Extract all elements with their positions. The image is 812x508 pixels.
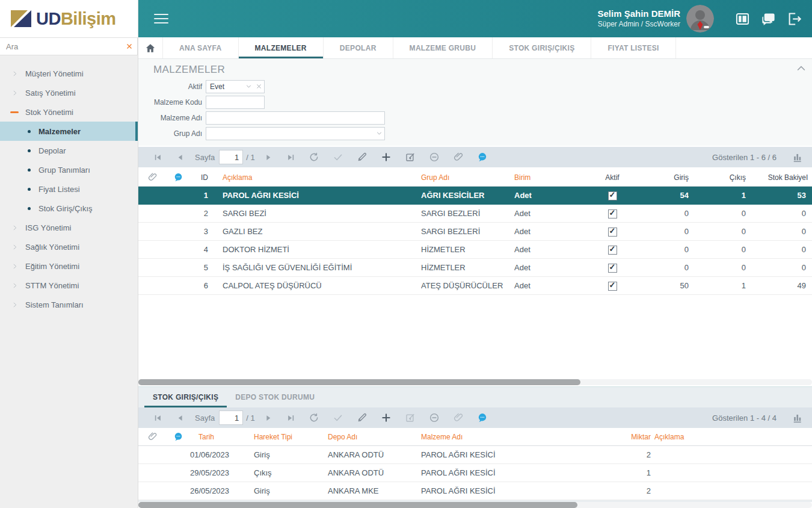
refresh-icon[interactable] (309, 412, 319, 423)
previous-page-icon[interactable] (176, 414, 185, 423)
checkbox-checked-icon[interactable] (608, 209, 617, 218)
clear-x-icon[interactable] (254, 83, 264, 90)
detail-bar-chart-icon[interactable] (792, 412, 804, 424)
table-row[interactable]: 4DOKTOR HİZMETİHİZMETLERAdet000 (138, 241, 812, 259)
sidebar-item-isg-y-netimi[interactable]: ISG Yönetimi (0, 218, 138, 237)
tab-fiyat-listesi[interactable]: FIYAT LISTESI (591, 37, 675, 58)
sidebar-item-e-itim-y-netimi[interactable]: Eğitim Yönetimi (0, 256, 138, 276)
attachment-icon[interactable] (453, 412, 464, 423)
checkbox-checked-icon[interactable] (608, 191, 617, 200)
tab-malzeme-grubu[interactable]: MALZEME GRUBU (393, 37, 493, 58)
logout-icon[interactable] (786, 11, 802, 27)
tab-depolar[interactable]: DEPOLAR (324, 37, 393, 58)
hamburger-menu-icon[interactable] (154, 11, 168, 26)
first-page-icon[interactable] (153, 153, 162, 162)
filter-input-malzeme-ad-[interactable] (206, 111, 385, 125)
sidebar-item-sttm-y-netimi[interactable]: STTM Yönetimi (0, 276, 138, 295)
sidebar-item-m-teri-y-netimi[interactable]: Müşteri Yönetimi (0, 64, 138, 83)
main-table-hscrollbar-thumb[interactable] (138, 379, 580, 385)
table-row[interactable]: 5İŞ SAĞLIĞI VE GÜVENLİĞİ EĞİTİMİHİZMETLE… (138, 259, 812, 277)
edit-icon[interactable] (357, 412, 368, 423)
filter-input-malzeme-kodu[interactable] (206, 96, 265, 109)
column-header[interactable]: Açıklama (651, 433, 812, 441)
detail-tab-depo-stok-durumu[interactable]: DEPO STOK DURUMU (227, 387, 323, 407)
sidebar-item-malzemeler[interactable]: Malzemeler (0, 122, 138, 141)
panels-icon[interactable] (734, 11, 751, 27)
edit-form-icon[interactable] (405, 412, 416, 423)
sidebar-item-sa-l-k-y-netimi[interactable]: Sağlık Yönetimi (0, 237, 138, 256)
checkbox-checked-icon[interactable] (608, 264, 617, 273)
page-input[interactable] (219, 150, 243, 164)
first-page-icon[interactable] (153, 414, 162, 423)
chevron-down-icon[interactable] (244, 83, 254, 90)
comment-icon[interactable] (166, 172, 190, 182)
column-header[interactable]: Depo Adı (328, 433, 421, 441)
column-header[interactable]: Giriş (638, 173, 689, 182)
table-row[interactable]: 26/05/2023GirişANKARA MKEPAROL AĞRI KESİ… (138, 482, 812, 500)
sidebar-item-stok-y-netimi[interactable]: Stok Yönetimi (0, 102, 138, 122)
remove-icon[interactable] (429, 152, 440, 163)
add-icon[interactable] (381, 412, 392, 423)
column-header[interactable]: Malzeme Adı (421, 433, 623, 441)
tab-stok-giri-iki-[interactable]: STOK GIRIŞ/ÇIKIŞ (493, 37, 591, 58)
add-icon[interactable] (381, 152, 392, 163)
search-clear-icon[interactable] (121, 39, 137, 54)
attachment-icon[interactable] (138, 432, 166, 442)
filter-input-field[interactable] (206, 112, 384, 124)
home-icon[interactable] (138, 37, 162, 58)
sidebar-item-sat-y-netimi[interactable]: Satış Yönetimi (0, 83, 138, 102)
search-input[interactable] (0, 38, 121, 55)
comment-icon[interactable] (477, 152, 488, 163)
column-header[interactable]: Çıkış (689, 173, 746, 182)
table-row[interactable]: 29/05/2023ÇıkışANKARA ODTÜPAROL AĞRI KES… (138, 464, 812, 482)
column-header[interactable]: I (806, 173, 812, 182)
column-header[interactable]: Açıklama (208, 173, 421, 182)
next-page-icon[interactable] (264, 153, 273, 162)
table-row[interactable]: 1PAROL AĞRI KESİCİAĞRI KESİCİLERAdet5415… (138, 187, 812, 205)
edit-icon[interactable] (357, 152, 368, 163)
column-header[interactable]: Stok Bakiye (746, 173, 806, 182)
table-row[interactable]: 3GAZLI BEZSARGI BEZLERİAdet000 (138, 223, 812, 241)
tab-malzemeler[interactable]: MALZEMELER (239, 37, 324, 58)
column-header[interactable]: Aktif (586, 173, 638, 182)
column-header[interactable]: Tarih (190, 433, 254, 441)
table-row[interactable]: 2SARGI BEZİSARGI BEZLERİAdet000 (138, 205, 812, 223)
sidebar-item-sistem-tan-mlar-[interactable]: Sistem Tanımları (0, 295, 138, 314)
confirm-icon[interactable] (333, 412, 343, 423)
filter-input-field[interactable] (206, 96, 264, 108)
refresh-icon[interactable] (309, 152, 319, 163)
checkbox-checked-icon[interactable] (608, 282, 617, 291)
sidebar-item-stok-giri-k-[interactable]: Stok Giriş/Çıkış (0, 199, 138, 218)
avatar[interactable] (686, 5, 714, 33)
column-header[interactable]: Miktar (623, 433, 651, 441)
bar-chart-icon[interactable] (792, 152, 804, 163)
column-header[interactable]: ID (190, 173, 208, 182)
page-input[interactable] (219, 410, 243, 425)
attachment-icon[interactable] (453, 152, 464, 163)
previous-page-icon[interactable] (176, 153, 185, 162)
filter-select-aktif[interactable]: Evet (206, 80, 265, 93)
detail-tab-stok-giri-iki-[interactable]: STOK GIRIŞ/ÇIKIŞ (144, 387, 227, 407)
table-row[interactable]: 01/06/2023GirişANKARA ODTÜPAROL AĞRI KES… (138, 446, 812, 464)
checkbox-checked-icon[interactable] (608, 246, 617, 255)
remove-icon[interactable] (429, 412, 440, 423)
last-page-icon[interactable] (286, 153, 295, 162)
detail-table-hscrollbar-thumb[interactable] (138, 502, 577, 508)
edit-form-icon[interactable] (405, 152, 416, 163)
chat-icon[interactable] (760, 11, 777, 27)
column-header[interactable]: Grup Adı (421, 173, 514, 182)
chevron-down-icon[interactable] (374, 130, 384, 137)
checkbox-checked-icon[interactable] (608, 228, 617, 237)
collapse-panel-icon[interactable] (795, 63, 807, 77)
table-row[interactable]: 6CALPOL ATEŞ DÜŞÜRÜCÜATEŞ DÜŞÜRÜCÜLERAde… (138, 277, 812, 295)
sidebar-item-grup-tan-mlar-[interactable]: Grup Tanımları (0, 160, 138, 179)
confirm-icon[interactable] (333, 152, 343, 163)
comment-icon[interactable] (477, 412, 488, 423)
last-page-icon[interactable] (286, 414, 295, 423)
filter-select-grup-ad-[interactable] (206, 127, 385, 140)
attachment-icon[interactable] (138, 172, 166, 182)
next-page-icon[interactable] (264, 414, 273, 423)
sidebar-item-depolar[interactable]: Depolar (0, 141, 138, 160)
column-header[interactable]: Birim (514, 173, 586, 182)
comment-icon[interactable] (166, 432, 190, 442)
